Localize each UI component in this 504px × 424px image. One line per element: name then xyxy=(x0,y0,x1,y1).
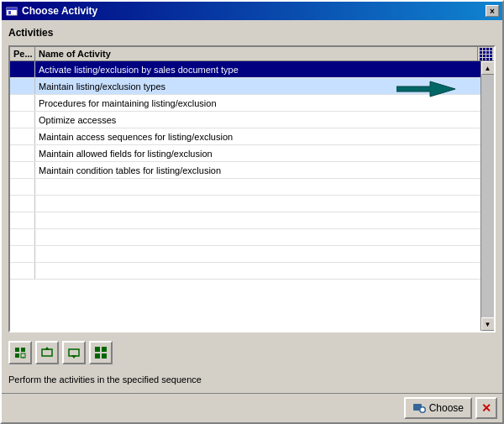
table-row[interactable] xyxy=(10,246,480,263)
svg-marker-12 xyxy=(71,355,76,359)
choose-label: Choose xyxy=(429,402,464,414)
svg-rect-5 xyxy=(21,348,25,352)
toolbar-button-3[interactable] xyxy=(62,341,86,364)
choose-activity-window: Choose Activity × Activities Pe... Name … xyxy=(0,0,504,424)
col-header-pe: Pe... xyxy=(10,47,35,60)
row-pe-6 xyxy=(10,162,35,178)
row-pe-5 xyxy=(10,145,35,161)
choose-icon xyxy=(412,401,426,415)
svg-text:+: + xyxy=(22,354,25,359)
footer: Choose ✕ xyxy=(2,393,502,422)
table-row[interactable] xyxy=(10,179,480,196)
row-pe-3 xyxy=(10,112,35,128)
table-row[interactable]: Maintain condition tables for listing/ex… xyxy=(10,162,480,179)
svg-rect-9 xyxy=(42,349,52,356)
table-body: Activate listing/exclusion by sales docu… xyxy=(10,61,480,331)
svg-rect-2 xyxy=(8,11,11,14)
row-pe-2 xyxy=(10,95,35,111)
row-name-6: Maintain condition tables for listing/ex… xyxy=(35,165,480,176)
choose-button[interactable]: Choose xyxy=(404,397,472,419)
svg-rect-6 xyxy=(15,353,19,358)
row-name-0: Activate listing/exclusion by sales docu… xyxy=(35,64,480,76)
svg-point-19 xyxy=(420,408,424,412)
vertical-scrollbar[interactable]: ▲ ▼ xyxy=(480,61,494,331)
row-name-5: Maintain allowed fields for listing/excl… xyxy=(35,148,480,160)
svg-rect-13 xyxy=(95,347,100,352)
table-row[interactable]: Maintain allowed fields for listing/excl… xyxy=(10,145,480,162)
window-icon xyxy=(5,4,18,18)
table-row[interactable] xyxy=(10,212,480,229)
title-bar-left: Choose Activity xyxy=(5,4,97,18)
cancel-button[interactable]: ✕ xyxy=(475,397,497,419)
section-label: Activities xyxy=(8,27,496,39)
grid-icon xyxy=(480,48,492,60)
status-text: Perform the activities in the specified … xyxy=(8,373,496,386)
svg-rect-11 xyxy=(69,349,79,356)
close-button[interactable]: × xyxy=(486,5,499,17)
row-name-4: Maintain access sequences for listing/ex… xyxy=(35,131,480,143)
title-bar: Choose Activity × xyxy=(2,2,502,20)
svg-rect-4 xyxy=(15,348,19,352)
toolbar-button-2[interactable] xyxy=(35,341,59,364)
col-icon-header xyxy=(477,47,494,60)
table-row[interactable] xyxy=(10,263,480,280)
row-pe-1 xyxy=(10,78,35,94)
row-pe-0 xyxy=(10,61,35,77)
table-row[interactable]: Optimize accesses xyxy=(10,112,480,128)
svg-rect-14 xyxy=(102,347,107,352)
svg-marker-10 xyxy=(45,347,50,350)
svg-rect-16 xyxy=(102,353,107,359)
activities-table: Pe... Name of Activity Activat xyxy=(8,45,496,332)
table-row[interactable] xyxy=(10,229,480,246)
scroll-up-button[interactable]: ▲ xyxy=(481,61,495,75)
svg-rect-15 xyxy=(95,353,100,359)
toolbar-button-1[interactable]: + xyxy=(8,341,32,364)
table-row[interactable]: Maintain access sequences for listing/ex… xyxy=(10,128,480,145)
scroll-down-button[interactable]: ▼ xyxy=(481,317,495,331)
arrow-indicator xyxy=(396,80,455,101)
table-header: Pe... Name of Activity xyxy=(10,47,494,61)
scroll-track[interactable] xyxy=(481,75,495,317)
toolbar-button-4[interactable] xyxy=(89,341,113,364)
table-row[interactable] xyxy=(10,196,480,212)
svg-marker-3 xyxy=(396,81,455,97)
bottom-toolbar: + xyxy=(8,338,496,368)
table-row[interactable]: Activate listing/exclusion by sales docu… xyxy=(10,61,480,78)
table-row[interactable]: Maintain listing/exclusion types xyxy=(10,78,480,95)
window-body: Activities Pe... Name of Activity xyxy=(2,20,502,393)
svg-rect-1 xyxy=(7,8,17,10)
row-name-3: Optimize accesses xyxy=(35,114,480,126)
row-pe-4 xyxy=(10,128,35,144)
col-header-name: Name of Activity xyxy=(35,47,477,60)
window-title: Choose Activity xyxy=(22,5,97,17)
